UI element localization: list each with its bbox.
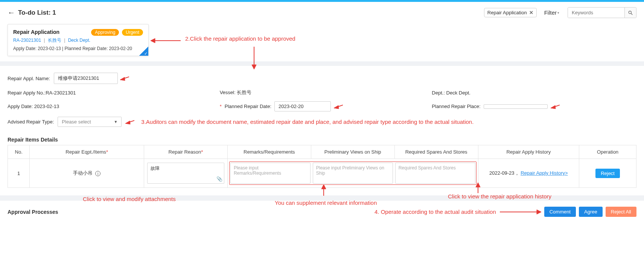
reject-button[interactable]: Reject — [595, 169, 620, 178]
annotation-arrow — [120, 75, 129, 81]
col-spares: Required Spares And Stores — [394, 145, 478, 159]
chevron-down-icon: ▼ — [114, 120, 117, 124]
prelim-input[interactable]: Please input Preliminary Views on Ship — [313, 163, 393, 184]
card-dept-link[interactable]: Deck Dept. — [68, 38, 90, 43]
repair-items-table: No. Repair Eqpt./Items* Repair Reason* R… — [8, 145, 636, 188]
annotation-arrow — [551, 104, 560, 110]
info-icon[interactable]: i — [95, 171, 100, 176]
svg-marker-3 — [151, 38, 155, 43]
search-icon — [628, 10, 633, 15]
prelim-placeholder: Please input Preliminary Views on Ship — [316, 165, 384, 176]
status-badge-approving: Approving — [91, 29, 119, 36]
search-input[interactable] — [568, 8, 624, 18]
approval-processes-title: Approval Processes — [8, 209, 58, 215]
selected-corner-icon — [139, 47, 148, 56]
remarks-placeholder: Please input Remarks/Requirements — [234, 165, 281, 176]
reason-input[interactable]: 故障 📎 — [147, 163, 224, 184]
cell-eq: 手动小吊 — [73, 170, 93, 176]
chevron-down-icon: ▾ — [557, 11, 559, 15]
history-link[interactable]: Repair Apply History> — [521, 170, 568, 176]
search-box — [568, 7, 636, 18]
close-icon[interactable]: ✕ — [529, 10, 533, 15]
table-row: 1 手动小吊 i 故障 📎 Please input Remarks/Requi… — [8, 159, 636, 188]
apply-date-label: Apply Date: 2023-02-13 — [8, 104, 59, 109]
advised-type-placeholder: Please select — [62, 119, 91, 125]
planned-date-label: Planned Repair Date: — [225, 104, 271, 109]
page-title: To-do List: 1 — [18, 9, 481, 17]
col-eq: Repair Eqpt./Items — [65, 149, 106, 155]
attachment-icon[interactable]: 📎 — [216, 176, 222, 182]
filter-button[interactable]: Filter ▾ — [544, 9, 559, 16]
card-ref-link[interactable]: RA-23021301 — [13, 38, 41, 43]
annotation-arrow — [125, 119, 134, 125]
repair-appl-name-input[interactable]: 维修申请23021301 — [54, 73, 118, 84]
history-date: 2022-09-23， — [489, 170, 519, 176]
repair-items-details-title: Repair Items Details — [8, 137, 636, 143]
svg-marker-19 — [537, 210, 541, 214]
annotation-text-2: 2.Click the repair application to be app… — [185, 35, 295, 42]
reason-value: 故障 — [151, 166, 160, 171]
card-meta-line: RA-23021301 | 长胜号 | Deck Dept. — [13, 37, 143, 44]
filter-label: Filter — [544, 9, 557, 16]
card-title: Repair Application — [13, 29, 59, 35]
svg-line-1 — [631, 13, 633, 15]
spares-placeholder: Required Spares And Stores — [399, 165, 456, 171]
advised-type-select[interactable]: Please select ▼ — [58, 117, 122, 127]
reject-all-button[interactable]: Reject All — [606, 207, 636, 217]
planned-date-value: 2023-02-20 — [279, 104, 304, 109]
agree-button[interactable]: Agree — [579, 207, 603, 217]
col-reason: Repair Reason — [169, 149, 201, 155]
apply-no-label: Repair Apply No.:RA-23021301 — [8, 90, 76, 96]
svg-marker-15 — [321, 184, 326, 189]
col-history: Repair Apply History — [478, 145, 579, 159]
repair-application-card[interactable]: Repair Application Approving Urgent RA-2… — [8, 24, 149, 56]
advised-type-label: Advised Repair Type: — [8, 119, 54, 125]
svg-marker-11 — [551, 105, 556, 109]
spares-input[interactable]: Required Spares And Stores — [395, 163, 475, 184]
cell-no: 1 — [8, 159, 30, 188]
repair-appl-name-label: Repair Appl. Name: — [8, 76, 50, 81]
filter-chip-repair-application[interactable]: Repair Application ✕ — [484, 8, 537, 17]
annotation-arrow — [320, 184, 327, 196]
card-dates: Apply Date: 2023-02-13 | Planned Repair … — [13, 46, 143, 51]
back-arrow-icon[interactable]: ← — [8, 8, 15, 17]
annotation-text-3: 3.Auditors can modify the document name,… — [141, 119, 473, 125]
planned-place-label: Planned Repair Place: — [432, 104, 480, 109]
dept-label: Dept.: Deck Dept. — [432, 90, 470, 96]
col-no: No. — [8, 145, 30, 159]
planned-date-input[interactable]: 2023-02-20 — [274, 101, 331, 111]
col-remarks: Remarks/Requirements — [227, 145, 311, 159]
col-prelim: Preliminary Views on Ship — [311, 145, 394, 159]
col-op: Operation — [579, 145, 636, 159]
planned-place-input[interactable] — [484, 104, 548, 109]
annotation-text-4: 4. Operate according to the actual audit… — [375, 209, 496, 215]
comment-button[interactable]: Comment — [544, 207, 576, 217]
status-badge-urgent: Urgent — [122, 29, 143, 36]
svg-point-0 — [629, 11, 631, 14]
repair-appl-name-value: 维修申请23021301 — [58, 75, 99, 81]
vessel-label: Vessel: 长胜号 — [220, 89, 252, 96]
svg-marker-9 — [334, 105, 339, 109]
filter-chip-label: Repair Application — [487, 10, 527, 15]
svg-marker-13 — [125, 121, 130, 124]
remarks-input[interactable]: Please input Remarks/Requirements — [230, 163, 311, 184]
annotation-arrow — [500, 209, 541, 215]
svg-marker-7 — [120, 77, 125, 81]
annotation-arrow — [334, 104, 343, 110]
annotation-arrow — [151, 37, 181, 44]
search-button[interactable] — [624, 8, 636, 18]
card-vessel-link[interactable]: 长胜号 — [48, 38, 61, 43]
annotation-arrow — [474, 183, 482, 193]
svg-marker-17 — [476, 183, 480, 187]
